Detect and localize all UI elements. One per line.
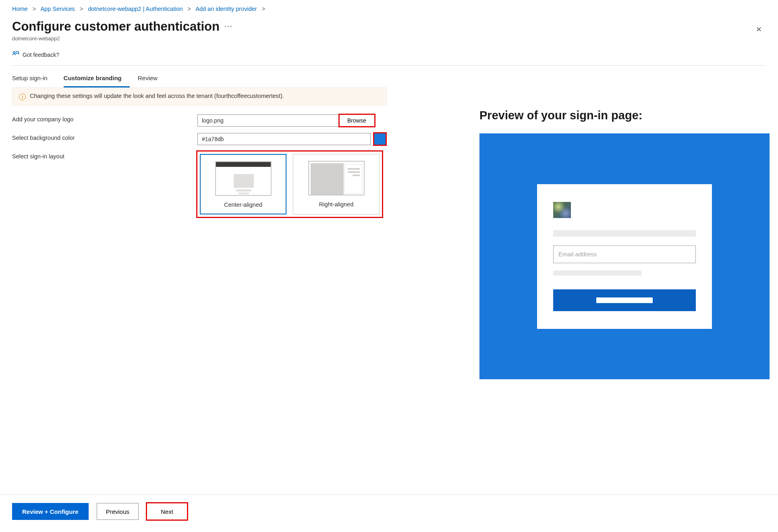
footer: Review + Configure Previous Next (0, 495, 778, 532)
svg-point-0 (13, 52, 15, 54)
breadcrumb-webapp-auth[interactable]: dotnetcore-webapp2 | Authentication (88, 6, 183, 12)
info-icon: i (19, 94, 26, 100)
tab-customize-branding[interactable]: Customize branding (64, 70, 130, 87)
info-banner-text: Changing these settings will update the … (30, 93, 284, 100)
page-title: Configure customer authentication··· (12, 19, 233, 34)
preview-email-input: Email address (553, 245, 696, 263)
preview-signin-button (553, 289, 696, 311)
tab-review[interactable]: Review (138, 70, 166, 87)
preview-placeholder-bar (553, 270, 641, 276)
layout-option-center[interactable]: Center-aligned (200, 154, 286, 214)
bg-color-swatch[interactable] (374, 133, 386, 145)
browse-button[interactable]: Browse (339, 114, 375, 127)
breadcrumb-sep: > (33, 6, 36, 12)
page-subtitle: dotnetcore-webapp2 (12, 35, 233, 42)
layout-center-label: Center-aligned (201, 202, 286, 208)
breadcrumb-sep: > (188, 6, 191, 12)
feedback-link[interactable]: Got feedback? (23, 52, 59, 58)
next-button[interactable]: Next (147, 503, 187, 520)
close-button[interactable]: ✕ (751, 22, 766, 37)
logo-file-input[interactable] (197, 114, 339, 127)
breadcrumb-app-services[interactable]: App Services (40, 6, 75, 12)
breadcrumb-sep: > (80, 6, 83, 12)
preview-signin-card: Email address (537, 184, 712, 329)
info-banner: i Changing these settings will update th… (12, 87, 387, 106)
feedback-icon (12, 50, 19, 59)
bg-color-label: Select background color (12, 133, 197, 141)
breadcrumb: Home > App Services > dotnetcore-webapp2… (12, 0, 766, 16)
preview-canvas: Email address (479, 133, 770, 379)
breadcrumb-add-identity-provider[interactable]: Add an identity provider (195, 6, 257, 12)
previous-button[interactable]: Previous (97, 503, 139, 520)
tabs: Setup sign-in Customize branding Review (12, 70, 766, 87)
review-configure-button[interactable]: Review + Configure (12, 503, 89, 520)
breadcrumb-sep: > (262, 6, 265, 12)
breadcrumb-home[interactable]: Home (12, 6, 28, 12)
layout-right-graphic (308, 161, 365, 195)
tab-setup-sign-in[interactable]: Setup sign-in (12, 70, 56, 87)
bg-color-input[interactable] (197, 133, 371, 145)
preview-logo (553, 202, 571, 218)
layout-center-graphic (215, 161, 272, 196)
preview-title: Preview of your sign-in page: (479, 109, 770, 122)
layout-label: Select sign-in layout (12, 152, 197, 160)
preview-placeholder-bar (553, 230, 696, 237)
more-actions[interactable]: ··· (224, 23, 233, 31)
layout-option-right[interactable]: Right-aligned (293, 154, 380, 214)
logo-label: Add your company logo (12, 114, 197, 123)
layout-right-label: Right-aligned (293, 201, 379, 208)
